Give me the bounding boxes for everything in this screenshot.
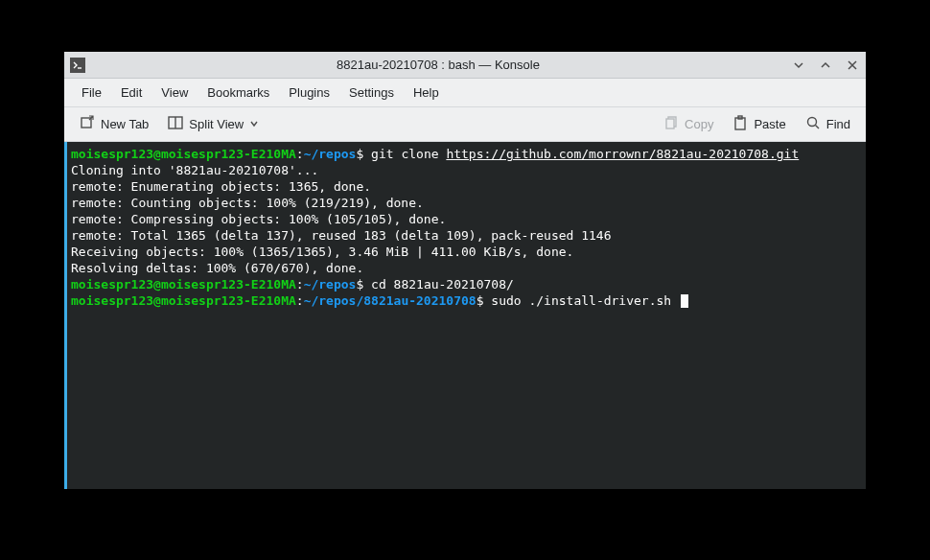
prompt-user: moisespr123@moisespr123-E210MA [71,293,296,308]
command-text: git clone [371,147,446,161]
output-line: remote: Enumerating objects: 1365, done. [71,178,862,195]
prompt-line-2: moisespr123@moisespr123-E210MA:~/repos$ … [71,276,862,292]
svg-line-7 [815,126,819,129]
menu-edit[interactable]: Edit [111,82,151,104]
find-button[interactable]: Find [800,111,856,137]
svg-rect-3 [666,119,674,128]
new-tab-label: New Tab [101,117,149,131]
minimize-button[interactable] [791,58,806,73]
chevron-down-icon [249,117,259,131]
menu-plugins[interactable]: Plugins [279,82,339,104]
svg-point-6 [807,118,816,127]
window-title: 8821au-20210708 : bash — Konsole [93,58,783,72]
split-view-label: Split View [189,117,244,131]
paste-label: Paste [754,117,785,131]
menu-bookmarks[interactable]: Bookmarks [198,82,279,104]
output-line: Cloning into '8821au-20210708'... [71,162,862,178]
menubar: File Edit View Bookmarks Plugins Setting… [64,79,866,107]
command-text: sudo ./install-driver.sh [491,293,679,308]
repo-url[interactable]: https://github.com/morrownr/8821au-20210… [446,147,799,161]
new-tab-icon [80,115,95,133]
output-line: remote: Compressing objects: 100% (105/1… [71,211,862,227]
window-controls [791,58,860,73]
close-button[interactable] [845,58,860,73]
command-text: cd 8821au-20210708/ [371,277,514,292]
menu-file[interactable]: File [72,82,111,104]
new-tab-button[interactable]: New Tab [74,111,154,137]
prompt-user: moisespr123@moisespr123-E210MA [71,147,296,161]
konsole-window: 8821au-20210708 : bash — Konsole File Ed… [64,52,866,489]
find-label: Find [826,117,850,131]
output-line: remote: Total 1365 (delta 137), reused 1… [71,227,862,244]
maximize-button[interactable] [818,58,833,73]
output-line: remote: Counting objects: 100% (219/219)… [71,195,862,211]
copy-button: Copy [658,111,719,137]
prompt-line-3: moisespr123@moisespr123-E210MA:~/repos/8… [71,292,862,309]
app-icon [70,58,85,73]
toolbar: New Tab Split View Copy Paste [64,107,866,142]
split-view-button[interactable]: Split View [162,111,265,137]
menu-view[interactable]: View [151,82,198,104]
prompt-line-1: moisespr123@moisespr123-E210MA:~/repos$ … [71,146,862,162]
copy-icon [663,115,679,133]
menu-help[interactable]: Help [404,82,449,104]
titlebar: 8821au-20210708 : bash — Konsole [64,52,866,79]
output-line: Resolving deltas: 100% (670/670), done. [71,260,862,276]
copy-label: Copy [685,117,713,131]
menu-settings[interactable]: Settings [339,82,404,104]
paste-button[interactable]: Paste [727,111,791,137]
svg-rect-4 [735,118,745,129]
prompt-path: ~/repos/8821au-20210708 [304,293,477,308]
split-view-icon [168,115,183,133]
prompt-user: moisespr123@moisespr123-E210MA [71,277,296,292]
paste-icon [732,115,748,133]
prompt-path: ~/repos [304,277,357,292]
search-icon [805,115,821,133]
output-line: Receiving objects: 100% (1365/1365), 3.4… [71,244,862,260]
terminal-viewport[interactable]: moisespr123@moisespr123-E210MA:~/repos$ … [64,142,866,489]
prompt-path: ~/repos [304,147,357,161]
terminal-cursor [681,294,688,308]
